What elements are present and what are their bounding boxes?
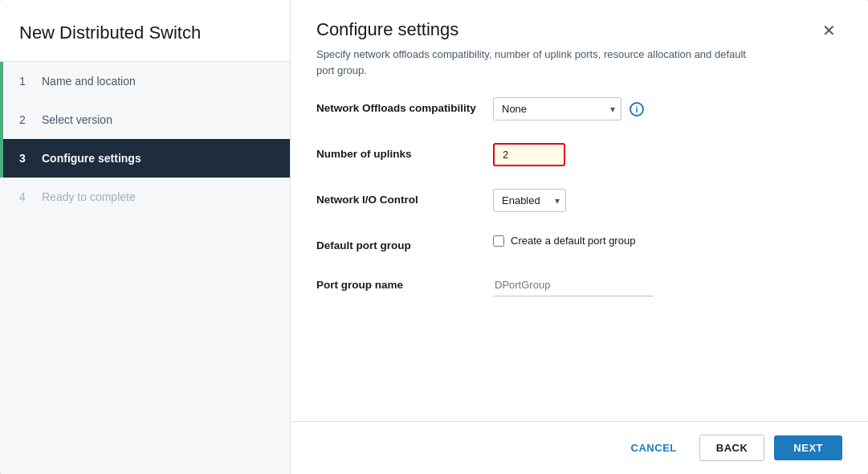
step-1-label: Name and location (42, 75, 136, 88)
network-io-select[interactable]: Enabled Disabled (493, 189, 566, 212)
step-4: 4 Ready to complete (0, 178, 290, 216)
step-4-label: Ready to complete (42, 190, 136, 203)
network-io-control: Enabled Disabled ▾ (493, 189, 842, 212)
default-port-group-control: Create a default port group (493, 235, 842, 247)
step-1[interactable]: 1 Name and location (0, 62, 290, 100)
default-port-group-checkbox[interactable] (493, 235, 504, 247)
panel-subtitle: Specify network offloads compatibility, … (316, 47, 766, 78)
dialog: New Distributed Switch 1 Name and locati… (0, 0, 868, 474)
network-io-row: Network I/O Control Enabled Disabled ▾ (316, 189, 842, 212)
num-uplinks-label: Number of uplinks (316, 143, 493, 160)
port-group-name-label: Port group name (316, 274, 493, 291)
num-uplinks-control (493, 143, 842, 166)
default-port-group-label: Default port group (316, 235, 493, 251)
step-2-label: Select version (42, 113, 112, 126)
panel-header: Configure settings Specify network offlo… (291, 0, 868, 78)
next-button[interactable]: NEXT (774, 435, 842, 460)
close-button[interactable]: ✕ (816, 19, 842, 42)
cancel-button[interactable]: CANCEL (618, 435, 690, 460)
info-icon[interactable]: i (630, 102, 644, 116)
default-port-group-checkbox-row: Create a default port group (493, 235, 635, 247)
wizard-title: New Distributed Switch (0, 0, 290, 62)
step-3-number: 3 (19, 152, 32, 165)
back-button[interactable]: BACK (699, 435, 765, 461)
step-4-number: 4 (19, 190, 32, 203)
footer: CANCEL BACK NEXT (291, 421, 868, 474)
network-offloads-row: Network Offloads compatibility None RDMA… (316, 97, 842, 121)
panel-title: Configure settings (316, 19, 766, 40)
default-port-group-checkbox-label: Create a default port group (511, 235, 635, 247)
network-offloads-select[interactable]: None RDMA SR-IOV (493, 97, 621, 121)
port-group-name-row: Port group name (316, 274, 842, 296)
port-group-name-input[interactable] (493, 274, 654, 296)
steps-list: 1 Name and location 2 Select version 3 C… (0, 62, 290, 216)
network-io-label: Network I/O Control (316, 189, 493, 206)
step-3[interactable]: 3 Configure settings (0, 139, 290, 178)
form-area: Network Offloads compatibility None RDMA… (291, 78, 868, 421)
right-panel: Configure settings Specify network offlo… (291, 0, 868, 474)
step-1-number: 1 (19, 75, 32, 88)
network-offloads-control: None RDMA SR-IOV ▾ i (493, 97, 842, 121)
step-2[interactable]: 2 Select version (0, 100, 290, 139)
num-uplinks-input[interactable] (493, 143, 565, 166)
step-3-label: Configure settings (42, 152, 141, 165)
step-2-number: 2 (19, 113, 32, 126)
network-offloads-label: Network Offloads compatibility (316, 97, 493, 114)
panel-header-text: Configure settings Specify network offlo… (316, 19, 766, 78)
left-panel: New Distributed Switch 1 Name and locati… (0, 0, 291, 474)
default-port-group-row: Default port group Create a default port… (316, 235, 842, 251)
num-uplinks-row: Number of uplinks (316, 143, 842, 166)
network-io-select-wrapper: Enabled Disabled ▾ (493, 189, 566, 212)
port-group-name-control (493, 274, 842, 296)
network-offloads-select-wrapper: None RDMA SR-IOV ▾ (493, 97, 621, 121)
